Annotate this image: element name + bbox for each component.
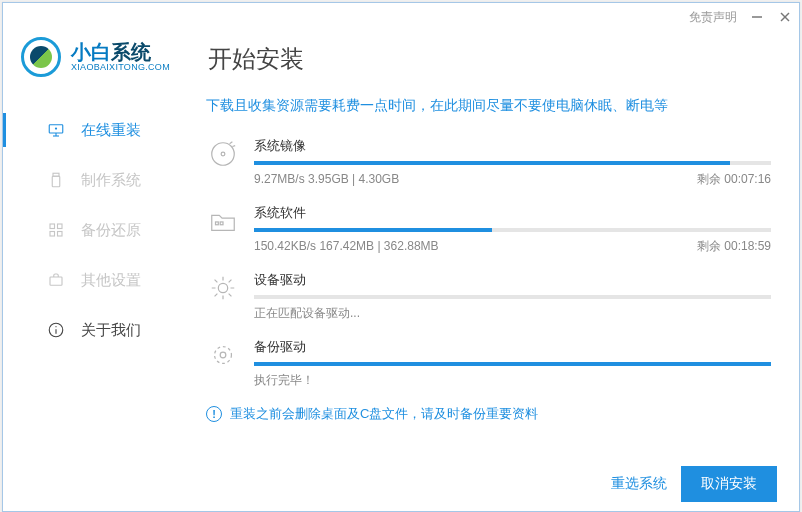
task-bottom: 9.27MB/s 3.95GB | 4.30GB 剩余 00:07:16 [254, 171, 771, 188]
sidebar-item-label: 关于我们 [81, 321, 141, 340]
gear-dashed-icon [206, 340, 240, 374]
progress-bar [254, 161, 771, 165]
grid-icon [47, 221, 65, 239]
task-bottom: 150.42KB/s 167.42MB | 362.88MB 剩余 00:18:… [254, 238, 771, 255]
task-detail: 执行完毕！ [254, 372, 314, 389]
sidebar-item-settings[interactable]: 其他设置 [3, 255, 188, 305]
svg-rect-8 [52, 176, 60, 187]
svg-rect-19 [216, 222, 219, 225]
svg-point-6 [55, 127, 57, 129]
svg-rect-12 [58, 232, 63, 237]
task-body: 备份驱动 执行完毕！ [254, 338, 771, 389]
svg-rect-20 [220, 222, 223, 225]
task-detail: 9.27MB/s 3.95GB | 4.30GB [254, 172, 399, 186]
svg-point-21 [218, 283, 227, 292]
sidebar-item-label: 在线重装 [81, 121, 141, 140]
monitor-icon [47, 121, 65, 139]
sidebar-item-about[interactable]: 关于我们 [3, 305, 188, 355]
progress-fill [254, 161, 730, 165]
body: 小白系统 XIAOBAIXITONG.COM 在线重装 制作系统 备份还原 [3, 31, 799, 457]
progress-bar [254, 295, 771, 299]
task-title: 设备驱动 [254, 271, 771, 289]
nav: 在线重装 制作系统 备份还原 其他设置 关于我们 [3, 105, 188, 355]
sidebar-item-label: 其他设置 [81, 271, 141, 290]
sidebar-item-backup[interactable]: 备份还原 [3, 205, 188, 255]
task-bottom: 正在匹配设备驱动... [254, 305, 771, 322]
minimize-button[interactable] [749, 9, 765, 25]
task-bottom: 执行完毕！ [254, 372, 771, 389]
task-body: 设备驱动 正在匹配设备驱动... [254, 271, 771, 322]
task-remain: 剩余 00:07:16 [697, 171, 771, 188]
page-title: 开始安装 [208, 43, 771, 75]
sidebar-item-label: 制作系统 [81, 171, 141, 190]
svg-point-18 [221, 152, 225, 156]
task-row: 系统镜像 9.27MB/s 3.95GB | 4.30GB 剩余 00:07:1… [206, 137, 771, 188]
task-row: 备份驱动 执行完毕！ [206, 338, 771, 389]
main: 开始安装 下载且收集资源需要耗费一点时间，在此期间尽量不要使电脑休眠、断电等 系… [188, 31, 799, 457]
task-detail: 150.42KB/s 167.42MB | 362.88MB [254, 239, 439, 253]
sidebar-item-reinstall[interactable]: 在线重装 [3, 105, 188, 155]
info-icon [47, 321, 65, 339]
sidebar-item-label: 备份还原 [81, 221, 141, 240]
svg-rect-9 [50, 224, 55, 229]
task-list: 系统镜像 9.27MB/s 3.95GB | 4.30GB 剩余 00:07:1… [206, 137, 771, 457]
alert-icon: ! [206, 406, 222, 422]
footer: 重选系统 取消安装 [3, 457, 799, 511]
cancel-install-button[interactable]: 取消安装 [681, 466, 777, 502]
progress-bar [254, 228, 771, 232]
task-body: 系统软件 150.42KB/s 167.42MB | 362.88MB 剩余 0… [254, 204, 771, 255]
sidebar-item-make[interactable]: 制作系统 [3, 155, 188, 205]
task-title: 备份驱动 [254, 338, 771, 356]
task-detail: 正在匹配设备驱动... [254, 305, 360, 322]
briefcase-icon [47, 271, 65, 289]
usb-icon [47, 171, 65, 189]
gear-icon [206, 273, 240, 307]
sidebar: 小白系统 XIAOBAIXITONG.COM 在线重装 制作系统 备份还原 [3, 31, 188, 457]
brand-logo-icon [21, 37, 61, 77]
warning-banner: ! 重装之前会删除桌面及C盘文件，请及时备份重要资料 [206, 405, 771, 423]
folder-icon [206, 206, 240, 240]
reselect-system-button[interactable]: 重选系统 [611, 475, 667, 493]
disc-icon [206, 139, 240, 173]
task-title: 系统软件 [254, 204, 771, 222]
svg-rect-13 [50, 277, 62, 285]
page-hint: 下载且收集资源需要耗费一点时间，在此期间尽量不要使电脑休眠、断电等 [206, 97, 771, 115]
svg-point-23 [220, 352, 226, 358]
brand-cn1: 小白 [71, 41, 111, 63]
progress-fill [254, 228, 492, 232]
brand-text: 小白系统 XIAOBAIXITONG.COM [71, 42, 170, 72]
warning-text: 重装之前会删除桌面及C盘文件，请及时备份重要资料 [230, 405, 538, 423]
svg-point-22 [215, 347, 232, 364]
brand-en: XIAOBAIXITONG.COM [71, 62, 170, 72]
brand-cn2: 系统 [111, 41, 151, 63]
svg-point-16 [55, 326, 56, 327]
svg-point-17 [212, 143, 235, 166]
svg-rect-10 [58, 224, 63, 229]
progress-bar [254, 362, 771, 366]
task-row: 系统软件 150.42KB/s 167.42MB | 362.88MB 剩余 0… [206, 204, 771, 255]
task-body: 系统镜像 9.27MB/s 3.95GB | 4.30GB 剩余 00:07:1… [254, 137, 771, 188]
app-window: 免责声明 小白系统 XIAOBAIXITONG.COM 在线重装 [2, 2, 800, 512]
titlebar: 免责声明 [3, 3, 799, 31]
brand: 小白系统 XIAOBAIXITONG.COM [3, 31, 188, 95]
svg-rect-11 [50, 232, 55, 237]
task-remain: 剩余 00:18:59 [697, 238, 771, 255]
progress-fill [254, 362, 771, 366]
disclaimer-link[interactable]: 免责声明 [689, 9, 737, 26]
task-title: 系统镜像 [254, 137, 771, 155]
close-button[interactable] [777, 9, 793, 25]
task-row: 设备驱动 正在匹配设备驱动... [206, 271, 771, 322]
